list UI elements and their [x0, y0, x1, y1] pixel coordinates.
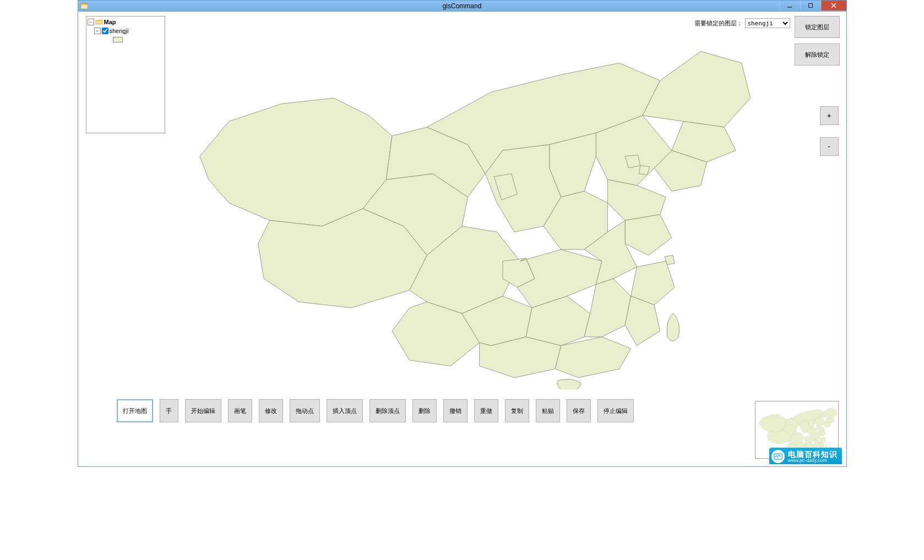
undo-button[interactable]: 撤销 [443, 399, 468, 422]
drag-point-button[interactable]: 拖动点 [290, 399, 320, 422]
toolbar: 打开地图 手 开始编辑 画笔 修改 拖动点 插入顶点 删除顶点 删除 撤销 重做… [117, 399, 634, 422]
lock-layer-button[interactable]: 锁定图层 [795, 16, 840, 38]
window-controls [779, 1, 846, 11]
right-controls: 锁定图层 解除锁定 [795, 16, 840, 66]
unlock-layer-button[interactable]: 解除锁定 [795, 44, 840, 66]
collapse-icon[interactable]: − [94, 28, 101, 34]
watermark-icon [771, 450, 785, 463]
paste-button[interactable]: 粘贴 [536, 399, 560, 422]
stop-edit-button[interactable]: 停止编辑 [597, 399, 634, 422]
zoom-controls: + - [820, 106, 839, 156]
maximize-button[interactable] [800, 1, 821, 10]
modify-button[interactable]: 修改 [259, 399, 283, 422]
copy-button[interactable]: 复制 [505, 399, 529, 422]
save-button[interactable]: 保存 [567, 399, 591, 422]
map-canvas[interactable] [172, 28, 764, 389]
start-edit-button[interactable]: 开始编辑 [185, 399, 221, 422]
client-area: − Map − shengji 需要锁定的图层： [78, 12, 846, 466]
lock-layer-label: 需要锁定的图层： [694, 19, 743, 28]
legend-swatch [113, 37, 123, 42]
app-icon [80, 2, 88, 10]
brush-button[interactable]: 画笔 [228, 399, 252, 422]
tree-layer-row[interactable]: − shengji [88, 26, 164, 35]
collapse-icon[interactable]: − [88, 19, 94, 25]
titlebar: gisCommand [78, 1, 846, 12]
close-button[interactable] [821, 1, 846, 10]
layer-name-label: shengji [110, 26, 129, 35]
svg-rect-1 [80, 3, 87, 4]
redo-button[interactable]: 重做 [474, 399, 498, 422]
svg-rect-3 [809, 4, 813, 8]
watermark-badge: 电脑百科知识 www.pc-daily.com [769, 448, 842, 464]
lock-layer-row: 需要锁定的图层： shengji [694, 18, 790, 28]
insert-vertex-button[interactable]: 插入顶点 [327, 399, 363, 422]
open-map-button[interactable]: 打开地图 [117, 399, 153, 422]
tree-root-label: Map [104, 18, 116, 26]
lock-layer-select[interactable]: shengji [745, 18, 790, 28]
layer-panel: − Map − shengji [86, 16, 165, 133]
window-title: gisCommand [443, 2, 482, 10]
folder-icon [95, 19, 103, 25]
minimize-button[interactable] [779, 1, 800, 10]
watermark-title: 电脑百科知识 [788, 450, 838, 458]
watermark-url: www.pc-daily.com [788, 458, 838, 463]
tree-legend-row [88, 35, 164, 44]
zoom-out-button[interactable]: - [820, 137, 839, 156]
delete-vertex-button[interactable]: 删除顶点 [369, 399, 406, 422]
app-window: gisCommand − M [78, 0, 847, 467]
hand-tool-button[interactable]: 手 [160, 399, 178, 422]
zoom-in-button[interactable]: + [820, 106, 839, 125]
layer-visibility-checkbox[interactable] [102, 28, 108, 34]
tree-root-row[interactable]: − Map [88, 18, 164, 26]
delete-button[interactable]: 删除 [412, 399, 437, 422]
